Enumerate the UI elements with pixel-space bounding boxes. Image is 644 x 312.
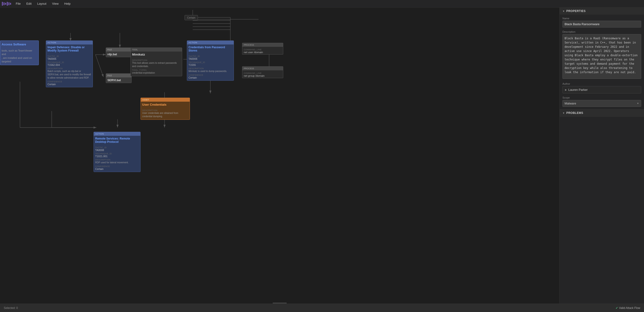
menu-edit[interactable]: Edit: [26, 2, 32, 6]
statusbar: Selected: 0 ✓ Valid Attack Flow: [0, 303, 644, 312]
process-box-1-field: COMMAND_LINE net user /domain: [242, 47, 283, 54]
scope-label: Scope: [562, 96, 641, 99]
node-user-credentials-fields: DESCRIPTION User credentials are obtaine…: [141, 107, 190, 120]
node-mimikatz[interactable]: TOOL Mimikatz DESCRIPTION This tool allo…: [130, 48, 182, 76]
node-mimikatz-header: TOOL: [131, 48, 182, 52]
properties-header[interactable]: ▼ PROPERTIES: [560, 8, 644, 15]
node-user-credentials[interactable]: ASSET User Credentials DESCRIPTION User …: [140, 98, 190, 120]
scope-chevron-icon: ▼: [637, 102, 639, 105]
menu-help[interactable]: Help: [63, 2, 72, 6]
process-box-1-header: PROCESS: [242, 43, 283, 47]
node-servi-bat-header: FILE: [106, 74, 132, 77]
node-remote-services-header: ACTION: [94, 132, 140, 136]
node-remote-services-fields: TACTIC_ID TA0008 TECHNIQUE_ID T1021.001 …: [94, 144, 140, 172]
node-access-software-fields: tools, such as TeamViewer and, are insta…: [0, 48, 38, 65]
selected-count: Selected: 0: [4, 306, 18, 310]
process-box-2-header: PROCESS: [242, 67, 283, 70]
right-panel: ▼ PROPERTIES Name Description Black Bast…: [560, 8, 644, 303]
node-mimikatz-fields: DESCRIPTION This tool allows users to ex…: [131, 57, 182, 76]
menu-layout[interactable]: Layout: [36, 2, 47, 6]
problems-triangle: ▼: [562, 112, 565, 114]
check-icon: ✓: [616, 306, 618, 310]
author-name: Lauren Parker: [568, 88, 588, 92]
scope-row[interactable]: Malware ▼: [562, 100, 641, 107]
author-triangle-icon: ▶: [565, 89, 567, 91]
node-user-credentials-header: ASSET: [141, 98, 190, 102]
menu-file[interactable]: File: [15, 2, 22, 6]
description-textarea[interactable]: Black Basta is a RaaS (Ransomware as a S…: [562, 34, 641, 79]
node-impair-defenses-title: Impair Defenses: Disable or Modify Syste…: [46, 45, 92, 53]
process-box-1[interactable]: PROCESS COMMAND_LINE net user /domain: [242, 43, 283, 55]
author-row[interactable]: ▶ Lauren Parker: [562, 86, 641, 93]
node-credentials-header: ACTION: [187, 41, 234, 45]
node-rdp-bat[interactable]: FILE rdp.bat: [106, 48, 132, 57]
process-box-2[interactable]: PROCESS COMMAND_LINE net group /domain: [242, 66, 283, 78]
valid-flow: ✓ Valid Attack Flow: [616, 306, 640, 310]
node-rdp-bat-header: FILE: [106, 48, 132, 52]
node-credentials[interactable]: ACTION Credentials from Password Stores …: [187, 41, 234, 81]
node-servi-bat[interactable]: FILE SERVI.bat: [106, 73, 132, 83]
process-box-2-field: COMMAND_LINE net group /domain: [242, 70, 283, 78]
node-servi-bat-title: SERVI.bat: [106, 77, 132, 83]
properties-triangle: ▼: [562, 10, 565, 13]
valid-flow-text: Valid Attack Flow: [619, 306, 640, 310]
scroll-indicator: [273, 302, 287, 303]
menubar: File Edit Layout View Help: [0, 0, 644, 8]
main-layout: Certain Access Software tools, such as T…: [0, 8, 644, 303]
name-input[interactable]: [562, 21, 641, 28]
description-label: Description: [562, 30, 641, 33]
author-label: Author: [562, 82, 641, 85]
properties-section: ▼ PROPERTIES Name Description Black Bast…: [560, 8, 644, 109]
problems-header[interactable]: ▼ PROBLEMS: [560, 109, 644, 117]
node-rdp-bat-title: rdp.bat: [106, 52, 132, 57]
certain-badge: Certain: [184, 15, 198, 20]
node-credentials-fields: TACTIC_ID TA0006 TECHNIQUE_ID T1555 DESC…: [187, 53, 234, 81]
app-logo: [2, 2, 11, 6]
svg-line-5: [96, 55, 104, 77]
node-impair-defenses[interactable]: ACTION Impair Defenses: Disable or Modif…: [46, 41, 93, 87]
node-user-credentials-title: User Credentials: [141, 102, 190, 107]
node-access-software-title: Access Software: [0, 41, 38, 48]
node-impair-defenses-header: ACTION: [46, 41, 92, 45]
problems-title: PROBLEMS: [566, 111, 583, 115]
node-remote-services[interactable]: ACTION Remote Services: Remote Desktop P…: [94, 132, 140, 172]
menu-view[interactable]: View: [51, 2, 60, 6]
node-mimikatz-title: Mimikatz: [131, 52, 182, 57]
node-access-software[interactable]: Access Software tools, such as TeamViewe…: [0, 41, 39, 65]
name-label: Name: [562, 17, 641, 20]
scope-value: Malware: [564, 102, 576, 105]
problems-section: ▼ PROBLEMS: [560, 109, 644, 117]
node-remote-services-title: Remote Services: Remote Desktop Protocol: [94, 136, 140, 144]
properties-title: PROPERTIES: [566, 10, 586, 13]
canvas[interactable]: Certain Access Software tools, such as T…: [0, 8, 560, 303]
node-impair-defenses-fields: TACTIC_ID TA0005 TECHNIQUE_ID T1562.004 …: [46, 53, 92, 87]
properties-body: Name Description Black Basta is a RaaS (…: [560, 15, 644, 109]
node-credentials-title: Credentials from Password Stores: [187, 45, 234, 53]
